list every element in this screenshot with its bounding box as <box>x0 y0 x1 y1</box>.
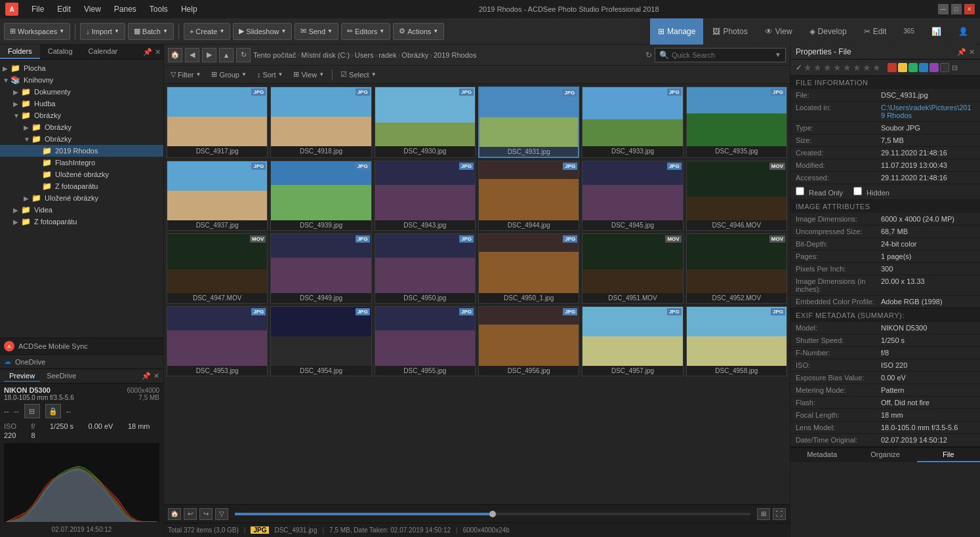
develop-mode-button[interactable]: ◈ Develop <box>802 18 855 45</box>
filter-button[interactable]: ▽ Filter ▼ <box>168 69 203 80</box>
group-button[interactable]: ⊞ Group ▼ <box>209 69 249 80</box>
menu-help[interactable]: Help <box>178 3 200 15</box>
right-pin-button[interactable]: 📌 <box>957 48 966 56</box>
star-2[interactable]: ★ <box>813 62 822 73</box>
workspaces-button[interactable]: ⊞ Workspaces ▼ <box>4 23 70 40</box>
star-4[interactable]: ★ <box>833 62 842 73</box>
editors-button[interactable]: ✏ Editors ▼ <box>341 23 390 40</box>
color-red[interactable] <box>888 63 897 72</box>
stats-mode-button[interactable]: 📊 <box>924 18 949 45</box>
minimize-button[interactable]: — <box>938 4 949 14</box>
file-info-title[interactable]: File Information <box>790 76 980 89</box>
tree-item-music[interactable]: ▶ 📁 Hudba <box>0 98 163 109</box>
tree-item-saved1[interactable]: 📁 Uložené obrázky <box>0 169 163 180</box>
preview-close-button[interactable]: ✕ <box>153 372 159 380</box>
star-8[interactable]: ★ <box>872 62 881 73</box>
search-dropdown-icon[interactable]: ▼ <box>775 51 781 58</box>
breadcrumb-part-5[interactable]: 2019 Rhodos <box>434 51 476 59</box>
menu-panes[interactable]: Panes <box>112 3 139 15</box>
breadcrumb-part-3[interactable]: radek <box>378 51 397 59</box>
grid-undo-btn[interactable]: ↩ <box>184 508 197 520</box>
photo-item-p2[interactable]: JPGDSC_4918.jpg <box>270 87 371 158</box>
view-sub-button[interactable]: ⊞ View ▼ <box>291 69 327 80</box>
view-mode-button[interactable]: 👁 View <box>757 18 800 45</box>
grid-filter-btn[interactable]: ▽ <box>215 508 228 520</box>
photo-grid[interactable]: JPGDSC_4917.jpgJPGDSC_4918.jpgJPGDSC_493… <box>164 84 790 504</box>
star-6[interactable]: ★ <box>853 62 861 73</box>
actions-button[interactable]: ⚙ Actions ▼ <box>393 23 444 40</box>
tree-item-libraries[interactable]: ▼ 📚 Knihovny <box>0 74 163 86</box>
refresh-icon[interactable]: ↻ <box>645 50 652 60</box>
tab-folders[interactable]: Folders <box>0 45 40 59</box>
photo-item-p19[interactable]: JPGDSC_4953.jpg <box>167 306 268 376</box>
location-value[interactable]: C:\Users\radek\Pictures\2019 Rhodos <box>881 104 975 119</box>
color-picker[interactable]: ⊟ <box>952 64 958 72</box>
send-button[interactable]: ✉ Send ▼ <box>295 23 338 40</box>
grid-zoom-fit-btn[interactable]: ⊞ <box>757 508 770 520</box>
slideshow-button[interactable]: ▶ Slideshow ▼ <box>233 23 292 40</box>
photo-item-p1[interactable]: JPGDSC_4917.jpg <box>167 87 268 158</box>
photo-item-p16[interactable]: JPGDSC_4950_1.jpg <box>478 233 579 304</box>
right-close-button[interactable]: ✕ <box>969 48 975 56</box>
photo-item-p4[interactable]: JPGDSC_4931.jpg <box>478 87 579 158</box>
readonly-checkbox[interactable] <box>796 187 804 195</box>
photo-item-p15[interactable]: JPGDSC_4950.jpg <box>375 233 476 304</box>
tree-item-obrazky2[interactable]: ▼ 📁 Obrázky <box>0 133 163 145</box>
breadcrumb-part-2[interactable]: Users <box>355 51 374 59</box>
photo-item-p7[interactable]: JPGDSC_4937.jpg <box>167 161 268 231</box>
photo-item-p20[interactable]: JPGDSC_4954.jpg <box>270 306 371 376</box>
exif-title[interactable]: EXIF metadata (summary): <box>790 309 980 322</box>
photo-item-p5[interactable]: JPGDSC_4933.jpg <box>582 87 683 158</box>
photos-mode-button[interactable]: 🖼 Photos <box>704 18 755 45</box>
up-button[interactable]: ▲ <box>219 48 234 62</box>
tree-item-fromcam1[interactable]: 📁 Z fotoaparátu <box>0 180 163 192</box>
breadcrumb-part-0[interactable]: Tento počítač <box>253 51 296 59</box>
photo-item-p13[interactable]: MOVDSC_4947.MOV <box>167 233 268 304</box>
extra-mode-button[interactable]: 365 <box>895 18 922 45</box>
preview-hist-btn[interactable]: ⊟ <box>24 404 40 418</box>
color-green[interactable] <box>909 63 918 72</box>
photo-item-p24[interactable]: JPGDSC_4958.jpg <box>686 306 787 376</box>
folder-tree[interactable]: ▶ 📁 Plocha ▼ 📚 Knihovny ▶ 📁 Dokumenty ▶ … <box>0 60 163 338</box>
image-attributes-title[interactable]: Image Attributes <box>790 200 980 213</box>
onedrive[interactable]: ☁ OneDrive <box>0 354 163 368</box>
bottom-tab-metadata[interactable]: Metadata <box>790 448 853 462</box>
readonly-checkbox-label[interactable]: Read Only <box>796 187 843 197</box>
search-input[interactable] <box>672 51 772 59</box>
color-yellow[interactable] <box>898 63 907 72</box>
photo-item-p14[interactable]: JPGDSC_4949.jpg <box>270 233 371 304</box>
tree-item-obrazky1[interactable]: ▶ 📁 Obrázky <box>0 121 163 133</box>
photo-item-p3[interactable]: JPGDSC_4930.jpg <box>375 87 476 158</box>
account-mode-button[interactable]: 👤 <box>950 18 976 45</box>
import-button[interactable]: ↓ Import ▼ <box>80 23 125 40</box>
tree-item-desktop[interactable]: ▶ 📁 Plocha <box>0 62 163 74</box>
photo-item-p22[interactable]: JPGDSC_4956.jpg <box>478 306 579 376</box>
mobile-sync[interactable]: A ACDSee Mobile Sync <box>0 338 163 354</box>
photo-item-p10[interactable]: JPGDSC_4944.jpg <box>478 161 579 231</box>
manage-mode-button[interactable]: ⊞ Manage <box>650 18 703 45</box>
create-button[interactable]: + Create ▼ <box>184 23 230 40</box>
zoom-slider[interactable] <box>235 513 750 515</box>
batch-button[interactable]: ▦ Batch ▼ <box>128 23 174 40</box>
photo-item-p9[interactable]: JPGDSC_4943.jpg <box>375 161 476 231</box>
grid-redo-btn[interactable]: ↪ <box>199 508 213 520</box>
tab-catalog[interactable]: Catalog <box>40 45 81 59</box>
color-purple[interactable] <box>929 63 939 72</box>
star-7[interactable]: ★ <box>863 62 871 73</box>
preview-tab-preview[interactable]: Preview <box>4 370 40 382</box>
menu-file[interactable]: File <box>29 3 47 15</box>
tree-item-fromcam2[interactable]: ▶ 📁 Z fotoaparátu <box>0 216 163 228</box>
menu-edit[interactable]: Edit <box>54 3 73 15</box>
tree-item-rhodos[interactable]: 📁 2019 Rhodos <box>0 145 163 157</box>
search-box[interactable]: 🔍 ▼ <box>655 48 786 62</box>
forward-button[interactable]: ▶ <box>202 48 216 62</box>
menu-tools[interactable]: Tools <box>147 3 171 15</box>
preview-pin-button[interactable]: 📌 <box>142 372 151 380</box>
photo-item-p18[interactable]: MOVDSC_4952.MOV <box>686 233 787 304</box>
hidden-checkbox[interactable] <box>853 187 862 195</box>
breadcrumb-part-1[interactable]: Místní disk (C:) <box>301 51 350 59</box>
close-button[interactable]: ✕ <box>964 4 975 14</box>
star-5[interactable]: ★ <box>843 62 851 73</box>
select-button[interactable]: ☑ Select ▼ <box>338 69 379 80</box>
panel-close-button[interactable]: ✕ <box>155 48 161 56</box>
